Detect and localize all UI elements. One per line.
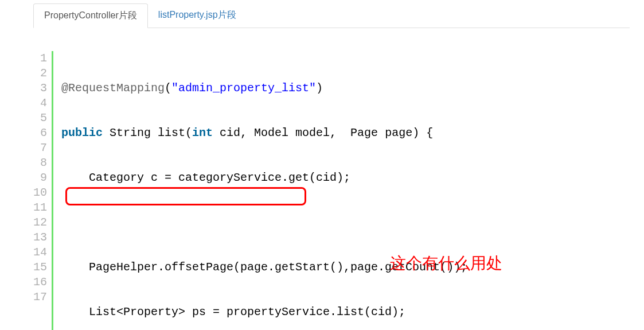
line-number: 8 [33, 156, 47, 170]
line-number: 2 [33, 66, 47, 81]
line-number: 17 [33, 290, 47, 305]
line-number: 14 [33, 245, 47, 260]
line-number: 13 [33, 230, 47, 245]
line-number: 10 [33, 185, 47, 200]
code-line [61, 215, 467, 230]
line-number: 4 [33, 96, 47, 111]
code-line: List<Property> ps = propertyService.list… [61, 305, 467, 320]
line-number: 1 [33, 51, 47, 66]
line-number: 12 [33, 215, 47, 230]
annotation-text: 这个有什么用处 [390, 253, 502, 274]
code-line: public String list(int cid, Model model,… [61, 126, 467, 141]
tab-property-controller[interactable]: PropertyController片段 [33, 3, 148, 28]
line-number: 16 [33, 275, 47, 290]
code-block: 1 2 3 4 5 6 7 8 9 10 11 12 13 14 15 16 1… [33, 51, 644, 330]
code-line: @RequestMapping("admin_property_list") [61, 81, 467, 96]
line-number: 11 [33, 200, 47, 215]
line-number: 9 [33, 170, 47, 185]
line-number: 3 [33, 81, 47, 96]
line-number-gutter: 1 2 3 4 5 6 7 8 9 10 11 12 13 14 15 16 1… [33, 51, 53, 330]
tabs: PropertyController片段 listProperty.jsp片段 [33, 3, 630, 28]
code-content: @RequestMapping("admin_property_list") p… [53, 51, 467, 330]
line-number: 5 [33, 111, 47, 126]
line-number: 6 [33, 126, 47, 141]
line-number: 15 [33, 260, 47, 275]
line-number: 7 [33, 141, 47, 156]
code-line: Category c = categoryService.get(cid); [61, 170, 467, 185]
tab-list-property-jsp[interactable]: listProperty.jsp片段 [148, 3, 247, 28]
